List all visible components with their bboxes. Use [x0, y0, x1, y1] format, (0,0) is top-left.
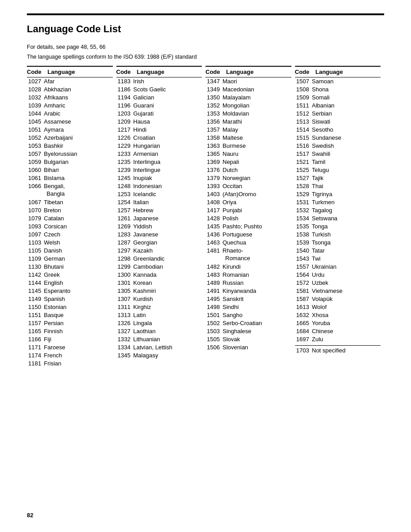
lang-code: 1057 — [27, 150, 44, 157]
list-item: 1171Faroese — [27, 343, 113, 352]
lang-name: Portuguese — [223, 231, 291, 238]
lang-code: 1516 — [295, 142, 312, 149]
list-item: 1357Malay — [206, 126, 291, 134]
list-item: 1507Samoan — [295, 77, 381, 86]
list-item: 1508Shona — [295, 86, 381, 94]
list-item: 1145Esperanto — [27, 287, 113, 295]
lang-code: 1508 — [295, 86, 312, 93]
lang-name: Abkhazian — [44, 86, 113, 93]
col-3-header: CodeLanguage — [206, 66, 291, 77]
lang-name: Turkmen — [312, 199, 381, 206]
list-item: 1393Occitan — [206, 182, 291, 190]
list-item: 1044Arabic — [27, 110, 113, 118]
lang-code: 1531 — [295, 199, 312, 206]
lang-name: Croatian — [133, 134, 202, 141]
lang-code: 1300 — [116, 271, 133, 278]
list-item: 1503Singhalese — [206, 327, 291, 335]
list-item: 1298Greenlandic — [116, 255, 202, 263]
lang-code: 1393 — [206, 183, 223, 189]
list-item: 1186Scots Gaelic — [116, 86, 202, 94]
lang-code: 1564 — [295, 271, 312, 278]
lang-name: Kirghiz — [133, 304, 202, 310]
page-title: Language Code List — [27, 23, 384, 35]
lang-name: Tagalog — [312, 207, 381, 214]
lang-name: Georgian — [133, 239, 202, 246]
list-item: 1105Danish — [27, 247, 113, 255]
lang-name: Marathi — [223, 118, 291, 125]
lang-name: Volapük — [312, 296, 381, 302]
list-item: 1538Turkish — [295, 231, 381, 239]
subtitle-1: For details, see page 48, 55, 66 — [27, 43, 384, 51]
list-item: 1436Portuguese — [206, 231, 291, 239]
list-item: 1428Polish — [206, 215, 291, 223]
lang-name: Malayalam — [223, 94, 291, 101]
lang-name: Japanese — [133, 215, 202, 222]
list-item: 1521Tamil — [295, 158, 381, 166]
lang-name: Slovenian — [223, 344, 291, 351]
lang-name: Aymara — [44, 126, 113, 133]
list-item: 1363Burmese — [206, 142, 291, 150]
list-item: 1032Afrikaans — [27, 94, 113, 102]
list-item: 1697Zulu — [295, 335, 381, 343]
list-item: 1489Russian — [206, 279, 291, 287]
col-lang-header: Language — [137, 69, 202, 75]
lang-code: 1151 — [27, 312, 44, 318]
lang-code: 1103 — [27, 239, 44, 246]
lang-code: 1183 — [116, 78, 133, 85]
lang-code: 1149 — [27, 296, 44, 302]
lang-name-continuation: Romance — [206, 255, 291, 263]
lang-name: Siswati — [312, 118, 381, 125]
lang-code: 1326 — [116, 320, 133, 326]
lang-code: 1332 — [116, 336, 133, 343]
lang-code: 1521 — [295, 159, 312, 165]
list-item: 1665Yoruba — [295, 319, 381, 327]
lang-name: Wolof — [312, 304, 381, 310]
lang-code: 1283 — [116, 231, 133, 238]
lang-code: 1408 — [206, 199, 223, 206]
lang-code: 1345 — [116, 352, 133, 359]
list-item: 1097Czech — [27, 231, 113, 239]
list-item: 1632Xhosa — [295, 311, 381, 319]
lang-name: Tibetan — [44, 199, 113, 206]
lang-name: Sangho — [223, 312, 291, 318]
lang-code: 1502 — [206, 320, 223, 326]
lang-code: 1301 — [116, 279, 133, 286]
lang-code: 1052 — [27, 134, 44, 141]
lang-name: Hausa — [133, 118, 202, 125]
lang-code: 1027 — [27, 78, 44, 85]
lang-code: 1417 — [206, 207, 223, 214]
page-number: 82 — [27, 512, 33, 519]
list-item: 1235Interlingua — [116, 158, 202, 166]
list-item: 1053Bashkir — [27, 142, 113, 150]
lang-name: Xhosa — [312, 312, 381, 318]
list-item: 1209Hausa — [116, 118, 202, 126]
lang-name: Somali — [312, 94, 381, 101]
list-item: 1525Telugu — [295, 166, 381, 174]
lang-name: Pashto; Pushto — [223, 223, 291, 230]
list-item: 1311Kirghiz — [116, 303, 202, 311]
lang-code: 1509 — [295, 94, 312, 101]
lang-code: 1257 — [116, 207, 133, 214]
lang-name: Azerbaijani — [44, 134, 113, 141]
lang-code: 1032 — [27, 94, 44, 101]
list-item: 1060Bihari — [27, 166, 113, 174]
list-item: 1217Hindi — [116, 126, 202, 134]
lang-code: 1157 — [27, 320, 44, 326]
lang-code: 1235 — [116, 159, 133, 165]
lang-name: Moldavian — [223, 110, 291, 117]
lang-code: 1353 — [206, 110, 223, 117]
lang-name: Tonga — [312, 223, 381, 230]
lang-name: Esperanto — [44, 287, 113, 294]
lang-name: Macedonian — [223, 86, 291, 93]
lang-name: Oriya — [223, 199, 291, 206]
list-item: 1684Chinese — [295, 327, 381, 335]
lang-code: 1363 — [206, 142, 223, 149]
lang-code: 1305 — [116, 287, 133, 294]
lang-code: 1297 — [116, 247, 133, 254]
lang-name: Finnish — [44, 328, 113, 335]
lang-name: Occitan — [223, 183, 291, 189]
lang-name: Albanian — [312, 102, 381, 109]
list-item: 1283Javanese — [116, 231, 202, 239]
lang-name: Welsh — [44, 239, 113, 246]
lang-name: Frisian — [44, 360, 113, 367]
